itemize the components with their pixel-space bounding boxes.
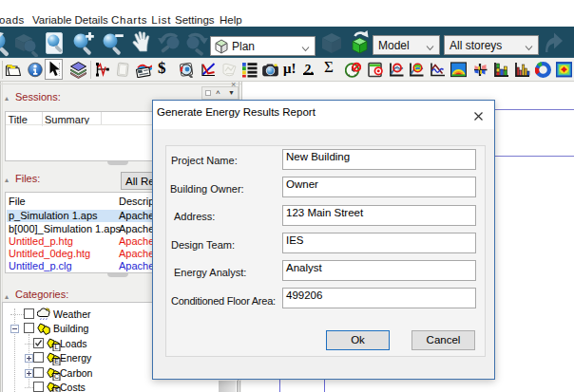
svg-text:L: L bbox=[55, 344, 59, 350]
svg-text:$: $ bbox=[55, 387, 59, 392]
svg-text:C: C bbox=[54, 373, 59, 380]
svg-text:E: E bbox=[54, 358, 59, 364]
